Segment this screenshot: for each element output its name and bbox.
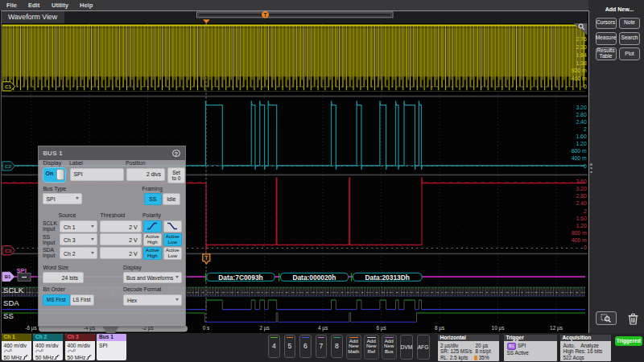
svg-text:0: 0: [584, 245, 587, 250]
svg-text:12 µs: 12 µs: [550, 325, 563, 331]
svg-text:1.84: 1.84: [576, 52, 587, 58]
svg-text:B1: B1: [5, 274, 11, 279]
svg-text:8 µs: 8 µs: [435, 325, 444, 331]
svg-text:800 m: 800 m: [572, 230, 587, 236]
svg-text:SS: SS: [3, 311, 14, 320]
svg-text:2.40: 2.40: [576, 200, 587, 206]
svg-text:1.20: 1.20: [576, 141, 587, 146]
svg-text:-6 µs: -6 µs: [25, 325, 36, 331]
svg-text:T: T: [264, 12, 267, 18]
svg-text:2: 2: [584, 126, 587, 132]
svg-text:C3: C3: [5, 248, 11, 253]
svg-text:2.80: 2.80: [576, 112, 587, 117]
svg-text:C1: C1: [5, 84, 11, 89]
svg-text:400 m: 400 m: [572, 237, 587, 243]
svg-text:2: 2: [584, 208, 587, 214]
svg-text:3.60: 3.60: [576, 179, 587, 184]
svg-text:0 s: 0 s: [203, 325, 210, 331]
svg-text:Data:20313Dh: Data:20313Dh: [365, 274, 409, 282]
svg-text:1.60: 1.60: [576, 134, 587, 139]
svg-text:460 m: 460 m: [572, 76, 587, 81]
svg-text:4 µs: 4 µs: [318, 325, 328, 331]
svg-text:6 µs: 6 µs: [376, 325, 386, 331]
svg-text:2.80: 2.80: [576, 193, 587, 199]
svg-text:1.20: 1.20: [576, 223, 587, 228]
svg-text:2.40: 2.40: [576, 119, 587, 125]
svg-text:3.20: 3.20: [576, 105, 587, 110]
svg-text:Data:7C0093h: Data:7C0093h: [218, 274, 262, 282]
svg-text:800 m: 800 m: [572, 148, 587, 154]
svg-text:400 m: 400 m: [572, 155, 587, 161]
svg-text:2 µs: 2 µs: [259, 325, 269, 331]
svg-text:0: 0: [584, 163, 587, 169]
svg-text:C2: C2: [5, 163, 11, 169]
svg-text:10 µs: 10 µs: [492, 325, 505, 331]
svg-text:3.20: 3.20: [576, 186, 587, 191]
svg-text:T: T: [204, 255, 208, 261]
svg-text:SPI: SPI: [17, 267, 27, 274]
svg-text:2.76: 2.76: [576, 36, 587, 42]
svg-text:1.38: 1.38: [576, 60, 587, 66]
svg-text:SCLK: SCLK: [3, 286, 24, 294]
svg-text:1.60: 1.60: [576, 216, 587, 221]
svg-text:SDA: SDA: [3, 298, 19, 307]
svg-text:0: 0: [584, 84, 587, 89]
svg-text:920 m: 920 m: [572, 68, 587, 73]
svg-text:2.30: 2.30: [576, 44, 587, 50]
svg-text:Data:000020h: Data:000020h: [292, 274, 336, 282]
